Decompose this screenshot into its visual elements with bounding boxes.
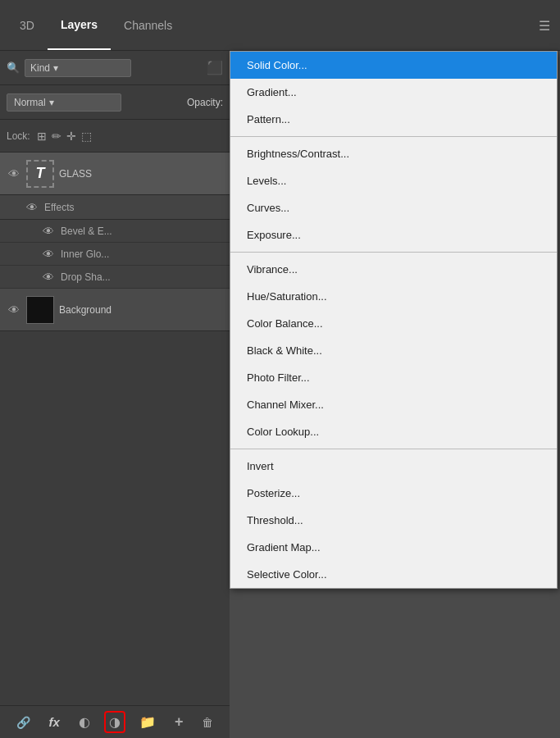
inner-glow-row: 👁 Inner Glo... [0,243,230,266]
layers-panel: 🔍 Kind ▾ ⬛ Normal ▾ Opacity: Lock: ⊞ ✏ ✛… [0,51,230,738]
link-button[interactable]: 🔗 [11,713,35,732]
bevel-emboss-label: Bevel & E... [61,226,112,237]
group-button[interactable]: 📁 [134,711,161,733]
lock-label: Lock: [7,130,30,142]
blend-mode-dropdown[interactable]: Normal ▾ [7,93,121,112]
separator-1 [230,136,557,137]
menu-item-gradient[interactable]: Gradient... [230,79,557,106]
eye-icon-inner-glow[interactable]: 👁 [41,248,56,261]
lock-artboard-icon[interactable]: ⬚ [81,130,92,143]
fx-button[interactable]: fx [44,712,65,732]
menu-item-color-lookup[interactable]: Color Lookup... [230,418,557,445]
effects-label: Effects [44,202,74,213]
separator-2 [230,252,557,253]
menu-item-solid-color[interactable]: Solid Color... [230,52,557,79]
kind-label: Kind [30,62,50,74]
adjustment-layer-button[interactable]: ◑ [104,711,125,733]
blend-mode-row: Normal ▾ Opacity: [0,85,230,120]
delete-button[interactable]: 🗑 [197,713,218,732]
eye-icon-glass[interactable]: 👁 [7,167,21,180]
blend-mode-chevron-icon: ▾ [49,97,54,108]
menu-item-exposure[interactable]: Exposure... [230,221,557,248]
opacity-area: Opacity: [187,97,223,108]
separator-3 [230,449,557,449]
layer-thumb-background [26,296,54,324]
menu-item-hue-saturation[interactable]: Hue/Saturation... [230,283,557,310]
eye-icon-background[interactable]: 👁 [7,303,21,317]
effects-row: 👁 Effects [0,195,230,220]
new-layer-button[interactable]: + [170,710,189,734]
panel-menu-icon[interactable]: ☰ [539,17,550,33]
lock-icons: ⊞ ✏ ✛ ⬚ [37,130,92,143]
menu-item-selective-color[interactable]: Selective Color... [230,561,557,588]
lock-paint-icon[interactable]: ✏ [52,130,61,143]
menu-item-levels[interactable]: Levels... [230,167,557,194]
eye-icon-bevel[interactable]: 👁 [41,225,56,238]
menu-item-threshold[interactable]: Threshold... [230,507,557,534]
tab-3d[interactable]: 3D [7,0,48,50]
menu-item-pattern[interactable]: Pattern... [230,106,557,133]
layer-name-background: Background [59,304,112,316]
menu-item-black-white[interactable]: Black & White... [230,337,557,364]
menu-item-invert[interactable]: Invert [230,453,557,480]
lock-row: Lock: ⊞ ✏ ✛ ⬚ [0,120,230,153]
drop-shadow-label: Drop Sha... [61,271,111,283]
layer-background[interactable]: 👁 Background [0,289,230,331]
menu-item-color-balance[interactable]: Color Balance... [230,310,557,337]
menu-item-vibrance[interactable]: Vibrance... [230,256,557,283]
opacity-label: Opacity: [187,97,223,108]
menu-item-curves[interactable]: Curves... [230,194,557,221]
lock-move-icon[interactable]: ✛ [66,130,76,143]
inner-glow-label: Inner Glo... [61,248,109,260]
blend-mode-label: Normal [14,97,46,108]
bottom-toolbar: 🔗 fx ◐ ◑ 📁 + 🗑 [0,705,230,738]
adjustment-layer-menu: Solid Color... Gradient... Pattern... Br… [230,51,558,589]
search-icon: 🔍 [7,61,20,74]
kind-chevron-icon: ▾ [53,62,58,74]
bevel-emboss-row: 👁 Bevel & E... [0,220,230,243]
layer-name-glass: GLASS [59,168,92,180]
layer-glass[interactable]: 👁 T GLASS [0,153,230,195]
layer-thumb-glass: T [26,160,54,188]
kind-dropdown[interactable]: Kind ▾ [25,59,131,77]
eye-icon-effects[interactable]: 👁 [25,201,39,214]
layer-mask-button[interactable]: ◐ [74,711,95,733]
lock-transparency-icon[interactable]: ⊞ [37,130,47,143]
tab-layers[interactable]: Layers [48,0,111,50]
menu-item-gradient-map[interactable]: Gradient Map... [230,534,557,561]
menu-item-channel-mixer[interactable]: Channel Mixer... [230,391,557,418]
kind-row: 🔍 Kind ▾ ⬛ [0,51,230,85]
tab-bar: 3D Layers Channels ☰ [0,0,560,51]
menu-item-posterize[interactable]: Posterize... [230,480,557,507]
filter-icon[interactable]: ⬛ [207,60,223,75]
menu-item-photo-filter[interactable]: Photo Filter... [230,364,557,391]
menu-item-brightness-contrast[interactable]: Brightness/Contrast... [230,140,557,167]
eye-icon-drop-shadow[interactable]: 👁 [41,271,56,284]
tab-channels[interactable]: Channels [111,0,185,50]
drop-shadow-row: 👁 Drop Sha... [0,266,230,289]
